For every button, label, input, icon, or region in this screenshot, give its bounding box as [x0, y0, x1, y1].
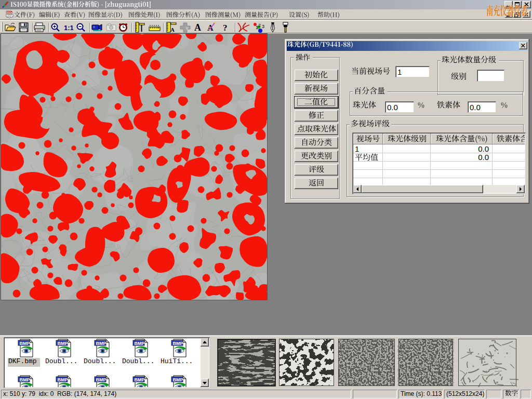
svg-text:3: 3: [262, 24, 264, 29]
svg-text:A: A: [194, 22, 201, 33]
svg-text:?: ?: [223, 23, 228, 33]
svg-text:A: A: [170, 26, 175, 33]
svg-text:2: 2: [258, 23, 261, 28]
svg-text:DOC: DOC: [7, 11, 14, 15]
svg-text:1:1: 1:1: [64, 24, 74, 32]
